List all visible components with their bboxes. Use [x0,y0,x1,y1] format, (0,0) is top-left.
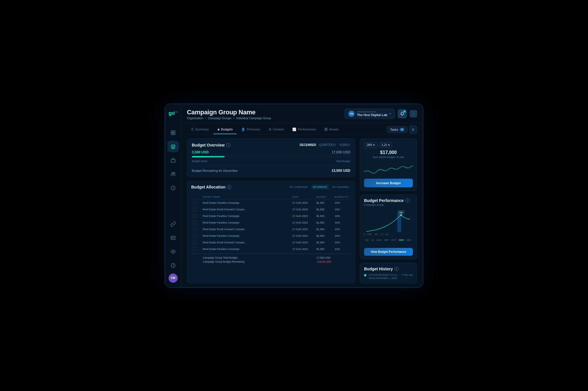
campaign-name[interactable]: Real Estate Paradiso Campaign [203,234,239,237]
row-budget: $1,500 [316,215,334,217]
campaign-name[interactable]: Real Estate Email Outreach Campai... [203,241,246,244]
table-row[interactable]: Real Estate Email Outreach Campai... 17 … [191,226,351,233]
budget-progress-fill [192,156,225,157]
row-checkbox[interactable] [193,228,196,231]
sidebar-item-inbox[interactable] [167,232,179,244]
row-date: 17 AUG 2023 [292,228,315,231]
right-panel: JAN ▾ 1.2x ▾ $17,000 Next Month Budget: … [360,138,417,283]
alloc-tab-group[interactable]: BY GROUP [312,185,328,189]
allocation-footer: Campaign Group Total Budget 17,000 USD C… [191,254,351,264]
org-avatar: TH [348,111,355,117]
nav-arrow-button[interactable]: › [410,110,417,118]
history-label: ACTIVE BUDGET V1.2.1 [369,273,398,276]
multiplier-selector[interactable]: 1.2x ▾ [379,142,392,148]
budget-performance-chart: 0 0.62 0.9 1.2 2.4 [364,209,413,245]
budget-remaining-value: 13,500 USD [332,169,350,173]
campaign-name[interactable]: Real Estate Paradiso Campaign [203,221,239,224]
breadcrumb-org[interactable]: Organization [187,117,203,120]
col-pct: BUDGET % [335,196,349,198]
history-time: 5 days ago [402,273,413,276]
row-checkbox[interactable] [193,221,196,224]
row-checkbox[interactable] [193,234,196,238]
sidebar-item-users[interactable] [167,168,179,180]
budget-card-top: JAN ▾ 1.2x ▾ $17,000 Next Month Budget: … [360,138,417,191]
performance-icon: 📈 [292,128,296,131]
budget-history-title: Budget History i [364,267,413,271]
sidebar-item-nav[interactable] [167,182,179,194]
row-checkbox[interactable] [193,247,196,251]
settings-button[interactable]: ⚙ [409,126,417,134]
col-budget: BUDGET [316,196,334,198]
budget-history: Budget History i ACTIVE BUDGET V1.2.1 Si… [360,263,417,283]
budget-history-info-icon[interactable]: i [394,267,399,271]
table-row[interactable]: Real Estate Email Outreach Campai... 17 … [191,239,351,246]
row-checkbox[interactable] [193,208,196,211]
budget-overview-info-icon[interactable]: i [226,143,230,147]
sidebar-item-link[interactable] [167,218,179,230]
sidebar-item-layers[interactable] [167,141,179,152]
col-check [193,196,202,198]
campaign-name[interactable]: Real Estate Paradiso Campaign [203,215,239,217]
campaign-name[interactable]: Real Estate Email Outreach Campai... [203,228,246,231]
budget-performance-info-icon[interactable]: i [405,199,409,203]
increase-budget-button[interactable]: Increase Budget [364,179,413,187]
tab-summary[interactable]: ☰ Summary [187,125,213,134]
sidebar-item-eye[interactable] [167,246,179,257]
tab-assets[interactable]: 🖼 Assets [320,125,343,134]
campaign-name[interactable]: Real Estate Paradiso Campaign [203,248,239,251]
table-row[interactable]: Real Estate Email Outreach Campai... 17 … [191,206,351,213]
budget-amount-display: $17,000 [364,150,413,155]
tabs-bar: ☰ Summary ◈ Budgets 👤 Personas ⊞ Content… [181,123,423,134]
svg-point-12 [173,251,174,252]
period-tab-yearly[interactable]: YEARLY [339,143,350,147]
table-row[interactable]: Real Estate Paradiso Campaign 17 AUG 202… [191,200,351,206]
row-checkbox[interactable] [193,214,196,218]
user-avatar[interactable]: CM [169,273,178,283]
budget-allocation-info-icon[interactable]: i [227,185,231,189]
svg-text:2.4: 2.4 [386,233,388,235]
budget-next-month: Next Month Budget: 20,400 [364,156,413,159]
org-label: ORGANIZATION [357,111,387,113]
sidebar-item-grid[interactable] [167,127,179,138]
sidebar: go Beta [165,104,181,287]
tasks-button[interactable]: Tasks 9 [387,126,407,133]
sidebar-item-help[interactable] [167,260,179,271]
tab-budgets[interactable]: ◈ Budgets [213,125,237,134]
tab-content[interactable]: ⊞ Content [265,125,288,134]
row-pct: 10% [335,234,349,237]
period-tab-december[interactable]: DECEMBER [300,143,316,147]
table-row[interactable]: Real Estate Paradiso Campaign 17 AUG 202… [191,219,351,226]
alloc-tab-channel[interactable]: BY CHANNEL [331,185,351,189]
sidebar-bottom: CM [167,218,179,283]
org-selector[interactable]: TH ORGANIZATION The Hovi Digital Lab ▾ [345,109,395,119]
campaign-name[interactable]: Real Estate Email Outreach Campai... [203,208,246,211]
svg-text:3.2: 3.2 [399,211,403,213]
campaign-name[interactable]: Real Estate Paradiso Campaign [203,201,239,204]
tab-personas[interactable]: 👤 Personas [237,125,264,134]
row-checkbox[interactable] [193,241,196,244]
tabs: ☰ Summary ◈ Budgets 👤 Personas ⊞ Content… [187,125,343,134]
row-date: 17 AUG 2023 [292,248,315,251]
breadcrumb-campaigns[interactable]: Campaign Groups [208,117,231,120]
table-row[interactable]: Real Estate Paradiso Campaign 17 AUG 202… [191,246,351,253]
month-selector[interactable]: JAN ▾ [364,142,377,148]
budget-allocation-title: Budget Allocation i [191,185,231,189]
alloc-tab-campaign[interactable]: BY CAMPAIGN [288,185,310,189]
notifications-button[interactable] [398,109,407,118]
header-left: Campaign Group Name Organization › Campa… [187,109,271,120]
table-row[interactable]: Real Estate Paradiso Campaign 17 AUG 202… [191,213,351,219]
svg-rect-7 [171,159,175,162]
budget-total-label: Total Budget [336,160,350,163]
tab-performance[interactable]: 📈 Performance [288,125,320,134]
logo: go Beta [168,109,178,120]
table-row[interactable]: Real Estate Paradiso Campaign 17 AUG 202… [191,233,351,239]
main-content: Campaign Group Name Organization › Campa… [181,104,423,287]
row-checkbox[interactable] [193,201,196,205]
svg-rect-5 [173,133,175,135]
view-budget-performance-button[interactable]: View Budget Performance [364,248,413,256]
period-tab-quarterly[interactable]: QUARTERLY [319,143,336,147]
svg-text:0.9: 0.9 [375,233,378,235]
history-item: ACTIVE BUDGET V1.2.1 Since December 1, 2… [364,273,413,280]
header-right: TH ORGANIZATION The Hovi Digital Lab ▾ › [345,109,417,119]
sidebar-item-briefcase[interactable] [167,155,179,166]
